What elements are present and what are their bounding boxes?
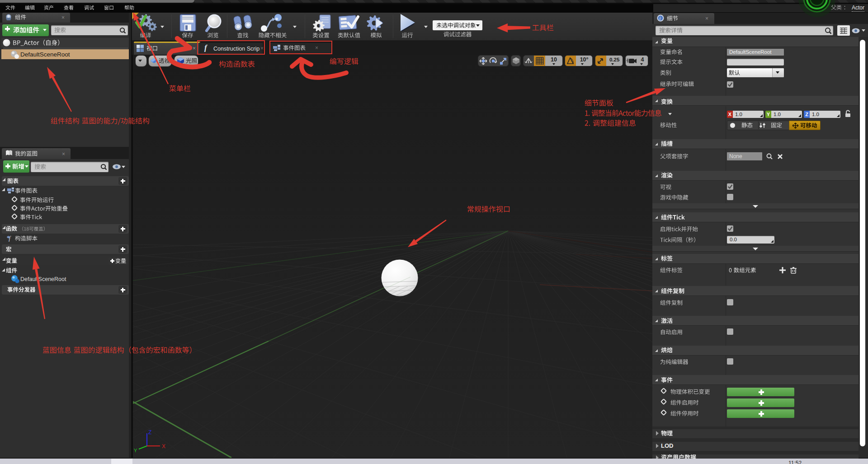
svg-text:f: f bbox=[9, 235, 11, 242]
svg-text:Z: Z bbox=[148, 429, 151, 436]
svg-text:X: X bbox=[162, 443, 165, 450]
svg-text:Y: Y bbox=[134, 448, 137, 453]
svg-text:i: i bbox=[660, 16, 661, 21]
